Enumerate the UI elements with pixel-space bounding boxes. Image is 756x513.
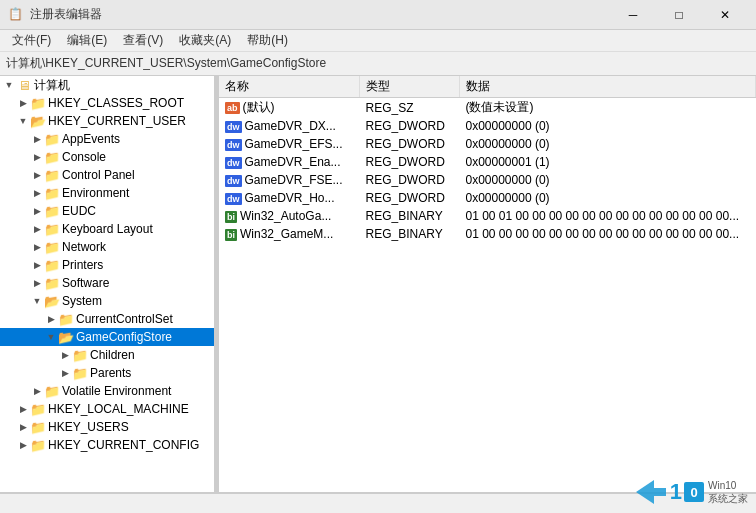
expand-console[interactable]: ▶ [30,150,44,164]
tree-item-gameconfigstore[interactable]: ▼ 📂 GameConfigStore [0,328,214,346]
tree-item-computer[interactable]: ▼ 🖥 计算机 [0,76,214,94]
tree-label-hku: HKEY_USERS [48,420,129,434]
tree-item-hku[interactable]: ▶ 📁 HKEY_USERS [0,418,214,436]
tree-item-appevents[interactable]: ▶ 📁 AppEvents [0,130,214,148]
folder-icon-appevents: 📁 [44,133,60,145]
cell-data: 0x00000000 (0) [459,171,756,189]
tree-label-hklm: HKEY_LOCAL_MACHINE [48,402,189,416]
tree-item-system[interactable]: ▼ 📂 System [0,292,214,310]
col-name: 名称 [219,76,359,98]
menu-help[interactable]: 帮助(H) [239,30,296,51]
folder-icon-printers: 📁 [44,259,60,271]
tree-item-hkcu[interactable]: ▼ 📂 HKEY_CURRENT_USER [0,112,214,130]
folder-icon-software: 📁 [44,277,60,289]
cell-type: REG_BINARY [359,225,459,243]
tree-label-appevents: AppEvents [62,132,120,146]
tree-item-children[interactable]: ▶ 📁 Children [0,346,214,364]
menu-view[interactable]: 查看(V) [115,30,171,51]
tree-item-console[interactable]: ▶ 📁 Console [0,148,214,166]
tree-item-network[interactable]: ▶ 📁 Network [0,238,214,256]
table-row[interactable]: dwGameDVR_EFS... REG_DWORD 0x00000000 (0… [219,135,756,153]
tree-item-volenv[interactable]: ▶ 📁 Volatile Environment [0,382,214,400]
folder-icon-gameconfigstore: 📂 [58,331,74,343]
cell-name: dwGameDVR_Ho... [219,189,359,207]
folder-icon-eudc: 📁 [44,205,60,217]
table-row[interactable]: biWin32_GameM... REG_BINARY 01 00 00 00 … [219,225,756,243]
minimize-button[interactable]: ─ [610,0,656,30]
table-row[interactable]: biWin32_AutoGa... REG_BINARY 01 00 01 00… [219,207,756,225]
expand-hkcr[interactable]: ▶ [16,96,30,110]
expand-hklm[interactable]: ▶ [16,402,30,416]
col-data: 数据 [459,76,756,98]
expand-eudc[interactable]: ▶ [30,204,44,218]
folder-icon-computer: 🖥 [16,79,32,91]
expand-currentcontrolset[interactable]: ▶ [44,312,58,326]
menu-edit[interactable]: 编辑(E) [59,30,115,51]
table-row[interactable]: dwGameDVR_Ho... REG_DWORD 0x00000000 (0) [219,189,756,207]
registry-table: 名称 类型 数据 ab(默认) REG_SZ (数值未设置) dwGameDVR… [219,76,756,243]
tree-label-system: System [62,294,102,308]
tree-panel[interactable]: ▼ 🖥 计算机 ▶ 📁 HKEY_CLASSES_ROOT ▼ 📂 HKEY_C… [0,76,215,492]
expand-keyboardlayout[interactable]: ▶ [30,222,44,236]
tree-label-hkcr: HKEY_CLASSES_ROOT [48,96,184,110]
expand-gameconfigstore[interactable]: ▼ [44,330,58,344]
maximize-button[interactable]: □ [656,0,702,30]
tree-label-hkcc: HKEY_CURRENT_CONFIG [48,438,199,452]
expand-children[interactable]: ▶ [58,348,72,362]
cell-name: dwGameDVR_FSE... [219,171,359,189]
table-row[interactable]: dwGameDVR_DX... REG_DWORD 0x00000000 (0) [219,117,756,135]
col-type: 类型 [359,76,459,98]
tree-item-printers[interactable]: ▶ 📁 Printers [0,256,214,274]
tree-label-controlpanel: Control Panel [62,168,135,182]
expand-system[interactable]: ▼ [30,294,44,308]
close-button[interactable]: ✕ [702,0,748,30]
expand-hkcc[interactable]: ▶ [16,438,30,452]
tree-item-controlpanel[interactable]: ▶ 📁 Control Panel [0,166,214,184]
expand-volenv[interactable]: ▶ [30,384,44,398]
cell-type: REG_DWORD [359,153,459,171]
expand-appevents[interactable]: ▶ [30,132,44,146]
tree-label-console: Console [62,150,106,164]
tree-item-hkcr[interactable]: ▶ 📁 HKEY_CLASSES_ROOT [0,94,214,112]
tree-item-environment[interactable]: ▶ 📁 Environment [0,184,214,202]
tree-item-eudc[interactable]: ▶ 📁 EUDC [0,202,214,220]
tree-item-keyboardlayout[interactable]: ▶ 📁 Keyboard Layout [0,220,214,238]
folder-icon-volenv: 📁 [44,385,60,397]
tree-label-computer: 计算机 [34,77,70,94]
expand-hkcu[interactable]: ▼ [16,114,30,128]
table-row[interactable]: dwGameDVR_Ena... REG_DWORD 0x00000001 (1… [219,153,756,171]
folder-icon-controlpanel: 📁 [44,169,60,181]
expand-hku[interactable]: ▶ [16,420,30,434]
expand-software[interactable]: ▶ [30,276,44,290]
cell-data: 0x00000000 (0) [459,135,756,153]
tree-label-environment: Environment [62,186,129,200]
cell-name: dwGameDVR_EFS... [219,135,359,153]
menu-file[interactable]: 文件(F) [4,30,59,51]
folder-icon-hkcr: 📁 [30,97,46,109]
tree-item-software[interactable]: ▶ 📁 Software [0,274,214,292]
table-row[interactable]: ab(默认) REG_SZ (数值未设置) [219,98,756,118]
table-row[interactable]: dwGameDVR_FSE... REG_DWORD 0x00000000 (0… [219,171,756,189]
cell-name: ab(默认) [219,98,359,118]
cell-data: 0x00000001 (1) [459,153,756,171]
tree-label-keyboardlayout: Keyboard Layout [62,222,153,236]
expand-controlpanel[interactable]: ▶ [30,168,44,182]
expand-environment[interactable]: ▶ [30,186,44,200]
cell-name: biWin32_AutoGa... [219,207,359,225]
tree-item-currentcontrolset[interactable]: ▶ 📁 CurrentControlSet [0,310,214,328]
tree-item-hkcc[interactable]: ▶ 📁 HKEY_CURRENT_CONFIG [0,436,214,454]
expand-parents[interactable]: ▶ [58,366,72,380]
tree-item-parents[interactable]: ▶ 📁 Parents [0,364,214,382]
expand-network[interactable]: ▶ [30,240,44,254]
tree-item-hklm[interactable]: ▶ 📁 HKEY_LOCAL_MACHINE [0,400,214,418]
menu-favorites[interactable]: 收藏夹(A) [171,30,239,51]
expand-computer[interactable]: ▼ [2,78,16,92]
cell-data: 0x00000000 (0) [459,117,756,135]
tree-label-eudc: EUDC [62,204,96,218]
cell-name: dwGameDVR_Ena... [219,153,359,171]
folder-icon-system: 📂 [44,295,60,307]
app-icon: 📋 [8,7,24,23]
tree-label-gameconfigstore: GameConfigStore [76,330,172,344]
tree-label-children: Children [90,348,135,362]
expand-printers[interactable]: ▶ [30,258,44,272]
